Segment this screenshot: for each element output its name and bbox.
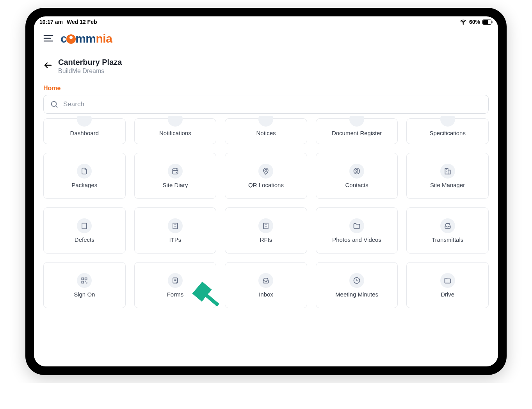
svg-point-8	[52, 102, 57, 107]
tile-itps[interactable]: ITPs	[134, 207, 217, 254]
svg-rect-2	[483, 20, 488, 24]
tile-defects[interactable]: Defects	[43, 207, 126, 254]
svg-point-0	[463, 23, 464, 24]
tile-label: Defects	[75, 236, 94, 243]
form-icon	[168, 273, 183, 288]
menu-button[interactable]	[43, 33, 53, 45]
tile-photos-videos[interactable]: Photos and Videos	[316, 207, 398, 254]
tile-meeting-minutes[interactable]: Meeting Minutes	[316, 262, 398, 308]
tile-notifications[interactable]: Notifications	[134, 118, 217, 144]
building-icon	[168, 218, 183, 233]
svg-rect-18	[448, 170, 450, 174]
svg-rect-34	[82, 281, 84, 283]
pin-icon	[258, 164, 273, 179]
logo-o-icon	[66, 34, 76, 44]
tile-contacts[interactable]: Contacts	[316, 153, 398, 199]
svg-point-14	[265, 169, 267, 171]
app-logo: c mm nia	[60, 32, 112, 45]
svg-line-9	[56, 106, 58, 108]
tile-label: Meeting Minutes	[335, 291, 378, 298]
tile-qr-locations[interactable]: QR Locations	[225, 153, 307, 199]
back-button[interactable]	[43, 61, 53, 72]
svg-rect-33	[85, 278, 87, 280]
qr-icon	[77, 273, 92, 288]
tile-transmittals[interactable]: Transmittals	[406, 207, 489, 254]
file-icon	[77, 164, 92, 179]
search-placeholder: Search	[63, 100, 84, 108]
tile-label: Notifications	[159, 130, 191, 136]
svg-point-16	[356, 169, 358, 171]
tile-label: Dashboard	[70, 130, 99, 136]
tile-label: RFIs	[260, 236, 272, 243]
tile-label: Drive	[441, 291, 454, 298]
tile-dashboard[interactable]: Dashboard	[43, 118, 126, 144]
tile-label: Transmittals	[432, 236, 463, 243]
tile-label: Notices	[256, 130, 276, 136]
dashboard-icon	[77, 116, 92, 127]
svg-rect-3	[492, 21, 493, 23]
clock-icon	[349, 273, 364, 288]
building-icon	[77, 218, 92, 233]
building-icon	[258, 218, 273, 233]
battery-icon	[482, 20, 493, 25]
user-circle-icon	[349, 164, 364, 179]
tile-site-diary[interactable]: Site Diary	[134, 153, 217, 199]
tile-inbox[interactable]: Inbox	[225, 262, 307, 308]
project-subtitle: BuildMe Dreams	[58, 68, 122, 75]
tile-label: Contacts	[345, 182, 368, 188]
app-header: c mm nia	[34, 27, 498, 48]
building-icon	[440, 164, 455, 179]
folder-icon	[440, 273, 455, 288]
tile-label: Packages	[71, 182, 97, 188]
tile-rfis[interactable]: RFIs	[225, 207, 307, 254]
tile-forms[interactable]: Forms	[134, 262, 217, 308]
folder-icon	[349, 218, 364, 233]
status-battery-pct: 60%	[469, 19, 480, 25]
tile-label: Site Manager	[430, 182, 465, 188]
tile-document-register[interactable]: Document Register	[316, 118, 398, 144]
tile-label: Forms	[167, 291, 184, 298]
tile-label: Site Diary	[162, 182, 188, 188]
tile-label: ITPs	[169, 236, 181, 243]
document-icon	[349, 116, 364, 127]
tablet-frame: 10:17 am Wed 12 Feb 60%	[25, 8, 507, 375]
status-time: 10:17 am	[39, 19, 63, 25]
search-input[interactable]: Search	[43, 95, 489, 114]
calendar-edit-icon	[168, 164, 183, 179]
tile-packages[interactable]: Packages	[43, 153, 126, 199]
tile-drive[interactable]: Drive	[406, 262, 489, 308]
tile-notices[interactable]: Notices	[225, 118, 307, 144]
project-title: Canterbury Plaza	[58, 58, 122, 67]
tile-label: Sign On	[74, 291, 95, 298]
home-tab-label[interactable]: Home	[34, 77, 498, 95]
inbox-icon	[258, 273, 273, 288]
tile-label: Photos and Videos	[332, 236, 381, 243]
status-bar: 10:17 am Wed 12 Feb 60%	[34, 16, 498, 27]
tile-label: QR Locations	[248, 182, 284, 188]
tile-specifications[interactable]: Specifications	[406, 118, 489, 144]
svg-rect-21	[82, 223, 87, 229]
inbox-icon	[440, 218, 455, 233]
tile-label: Specifications	[429, 130, 466, 136]
logo-c: c	[60, 32, 67, 45]
notices-icon	[258, 116, 273, 127]
logo-nia: nia	[96, 32, 112, 45]
wifi-icon	[460, 19, 467, 25]
spec-icon	[440, 116, 455, 127]
tile-label: Document Register	[332, 130, 382, 136]
logo-mm: mm	[75, 32, 96, 45]
tile-label: Inbox	[259, 291, 273, 298]
tile-sign-on[interactable]: Sign On	[43, 262, 126, 308]
status-date: Wed 12 Feb	[67, 19, 97, 25]
tiles-grid: Dashboard Notifications Notices Document…	[34, 116, 498, 308]
project-header: Canterbury Plaza BuildMe Dreams	[34, 48, 498, 77]
screen: 10:17 am Wed 12 Feb 60%	[34, 16, 498, 366]
svg-rect-32	[82, 278, 84, 280]
bell-icon	[168, 116, 183, 127]
tile-site-manager[interactable]: Site Manager	[406, 153, 489, 199]
